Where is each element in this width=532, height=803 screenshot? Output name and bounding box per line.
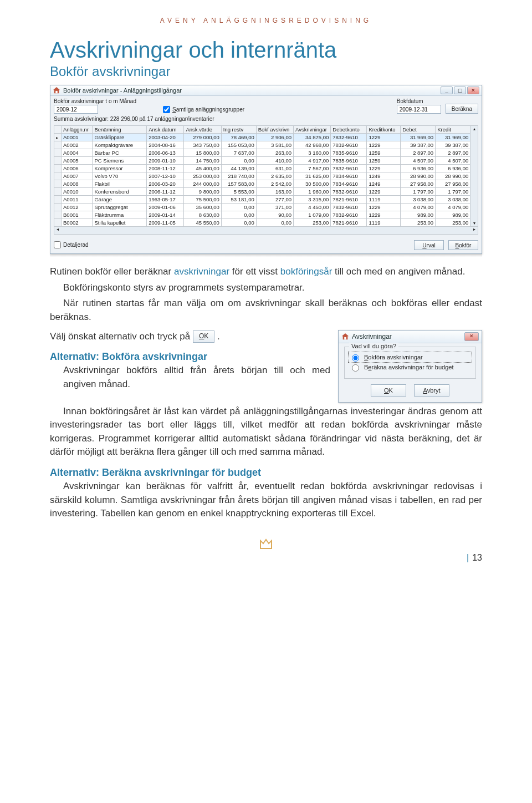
table-row[interactable]: A0002Kompaktgrävare2004-08-16343 750,001… xyxy=(54,141,470,149)
summary-text: Summa avskrivningar: 228 296,00 på 17 an… xyxy=(50,115,482,125)
scroll-up-icon[interactable]: ▴ xyxy=(470,126,478,132)
para-5: Avskrivningar bokförs alltid från årets … xyxy=(50,364,330,391)
page-number: |13 xyxy=(467,553,482,563)
close-button[interactable]: ✕ xyxy=(467,87,479,94)
dialog-close-button[interactable]: ✕ xyxy=(464,332,479,341)
scroll-down-icon[interactable]: ▾ xyxy=(470,220,478,226)
column-header[interactable]: Avskrivningar xyxy=(294,126,331,134)
para-1: Rutinen bokför eller beräknar avskrivnin… xyxy=(50,265,482,279)
column-header[interactable]: Debet xyxy=(401,126,436,134)
table-row[interactable]: A0007Volvo V702007-12-10253 000,00218 74… xyxy=(54,172,470,180)
bokfdatum-label: Bokfdatum xyxy=(397,98,441,104)
manad-label: Bokför avskrivningar t o m Månad xyxy=(54,98,136,104)
samtliga-checkbox-input[interactable] xyxy=(163,106,170,113)
table-row[interactable]: A0001Gräsklippare2003-04-20279 000,0078 … xyxy=(54,134,470,141)
heading-alt2: Alternativ: Beräkna avskrivningar för bu… xyxy=(50,467,482,479)
table-row[interactable]: A0012Sprutaggregat2009-01-0635 600,000,0… xyxy=(54,204,470,211)
home-icon xyxy=(53,87,60,94)
table-row[interactable]: A0008Flakbil2006-03-20244 000,00157 583,… xyxy=(54,180,470,188)
samtliga-label: SSamtliga anläggningsgrupperamtliga anlä… xyxy=(172,106,244,113)
svg-rect-1 xyxy=(344,337,346,339)
column-header[interactable]: Ansk.värde xyxy=(184,126,221,134)
column-header[interactable]: Ing restv xyxy=(221,126,256,134)
radio-bokfora[interactable]: Bokföra avskrivningar xyxy=(349,353,471,362)
dialog-ok-button[interactable]: OK xyxy=(371,384,406,397)
minimize-button[interactable]: _ xyxy=(441,87,453,94)
dialog-groupbox: Vad vill du göra? Bokföra avskrivningar … xyxy=(344,347,476,379)
samtliga-checkbox[interactable]: SSamtliga anläggningsgrupperamtliga anlä… xyxy=(163,106,244,114)
table-row[interactable]: A0006Kompressor2008-11-1245 400,0044 139… xyxy=(54,165,470,172)
data-table[interactable]: Anläggn.nrBenämningAnsk.datumAnsk.värdeI… xyxy=(54,125,470,227)
footer-ornament-icon xyxy=(50,537,482,552)
detaljerad-checkbox[interactable]: Detaljerad xyxy=(54,241,89,249)
shadow xyxy=(50,254,482,257)
table-row[interactable]: B0002Stilla kapellet2009-11-0545 550,000… xyxy=(54,219,470,227)
home-icon xyxy=(341,333,349,340)
para-4: Välj önskat alternativ och tryck på OK . xyxy=(50,330,330,344)
detaljerad-checkbox-input[interactable] xyxy=(54,241,61,248)
manad-input[interactable] xyxy=(54,105,98,114)
window-title: Bokför avskrivningar - Anläggningstillgå… xyxy=(63,87,441,94)
toolbar: Bokför avskrivningar t o m Månad SSamtli… xyxy=(50,96,482,115)
column-header[interactable]: Bokf avskrivn xyxy=(256,126,293,134)
dialog-legend: Vad vill du göra? xyxy=(349,343,398,349)
column-header[interactable]: Anläggn.nr xyxy=(62,126,93,134)
horizontal-scrollbar[interactable]: ◂ ▸ xyxy=(54,227,478,235)
maximize-button[interactable]: ▢ xyxy=(454,87,466,94)
scroll-left-icon[interactable]: ◂ xyxy=(54,227,61,234)
inline-ok-button: OK xyxy=(193,331,214,342)
main-window: Bokför avskrivningar - Anläggningstillgå… xyxy=(50,85,482,254)
dialog-title: Avskrivningar xyxy=(352,333,464,340)
table-row[interactable]: A0011Garage1963-05-1775 500,0053 181,002… xyxy=(54,196,470,204)
column-header[interactable]: Benämning xyxy=(93,126,147,134)
bokfor-button[interactable]: BBokförokför xyxy=(448,240,478,250)
subtitle: Bokför avskrivningar xyxy=(50,64,482,79)
radio-berakna[interactable]: Beräkna avskrivningar för budget xyxy=(349,363,471,372)
table-row[interactable]: A0005PC Siemens2009-01-1014 750,000,0041… xyxy=(54,157,470,165)
para-7: Avskrivningar kan beräknas för valfritt … xyxy=(50,480,482,521)
para-3: När rutinen startas får man välja om om … xyxy=(50,297,482,324)
dialog-avbryt-button[interactable]: Avbryt xyxy=(414,384,449,397)
vertical-scrollbar[interactable]: ▴ ▾ xyxy=(470,125,478,227)
window-footer: Detaljerad UUrvalrval BBokförokför xyxy=(50,237,482,253)
column-header[interactable]: Debetkonto xyxy=(331,126,367,134)
para-2: Bokföringskonto styrs av programmets sys… xyxy=(50,281,482,295)
urval-button[interactable]: UUrvalrval xyxy=(414,240,444,250)
table-row[interactable]: B0001Fläkttrumma2009-01-148 630,000,0090… xyxy=(54,211,470,219)
column-header[interactable]: Kredit xyxy=(436,126,470,134)
page-title: Avskrivningar och internränta xyxy=(50,38,482,63)
detaljerad-label: Detaljerad xyxy=(63,242,89,248)
berakna-button[interactable]: Beräkna xyxy=(446,104,478,114)
table-row[interactable]: A0004Bärbar PC2006-06-1315 800,007 637,0… xyxy=(54,149,470,157)
svg-rect-0 xyxy=(55,91,58,93)
scroll-right-icon[interactable]: ▸ xyxy=(471,227,478,234)
kicker: AVENY ANLÄGGNINGSREDOVISNING xyxy=(50,17,482,24)
column-header[interactable]: Kreditkonto xyxy=(367,126,401,134)
bokfdatum-input[interactable] xyxy=(397,105,441,114)
heading-alt1: Alternativ: Bokföra avskrivningar xyxy=(50,351,330,363)
para-6: Innan bokföringsåret är låst kan värdet … xyxy=(50,405,482,460)
column-header[interactable]: Ansk.datum xyxy=(147,126,184,134)
titlebar: Bokför avskrivningar - Anläggningstillgå… xyxy=(50,85,482,96)
body-text: Rutinen bokför eller beräknar avskrivnin… xyxy=(50,265,482,521)
avskrivningar-dialog: Avskrivningar ✕ Vad vill du göra? Bokför… xyxy=(338,330,482,403)
table-row[interactable]: A0010Konferensbord2006-11-129 800,005 55… xyxy=(54,188,470,196)
